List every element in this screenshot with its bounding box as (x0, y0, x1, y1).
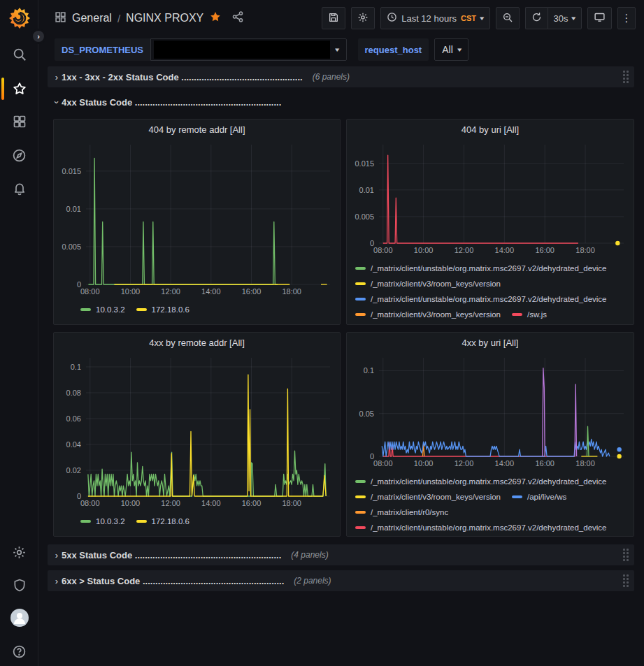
svg-text:14:00: 14:00 (495, 459, 515, 468)
legend-item[interactable]: /_matrix/client/unstable/org.matrix.msc2… (355, 477, 607, 486)
dashboard-title[interactable]: NGINX PROXY (126, 12, 203, 24)
row-panel-count: (6 panels) (313, 72, 350, 82)
legend-item[interactable]: /_matrix/client/r0/sync (355, 508, 448, 516)
row-6xx[interactable]: › 6xx > Status Code ....................… (48, 570, 634, 591)
datasource-select[interactable]: ▾ (150, 38, 347, 61)
compass-icon (12, 148, 27, 163)
dashboard-settings-button[interactable] (351, 7, 375, 29)
legend-swatch (355, 526, 366, 529)
legend-item[interactable]: 10.0.3.2 (80, 305, 125, 314)
panel-title: 404 by remote addr [All] (148, 124, 245, 135)
chevron-right-icon: › (52, 576, 62, 586)
svg-text:12:00: 12:00 (161, 287, 180, 296)
legend-swatch (355, 267, 366, 270)
chevron-right-icon: › (52, 550, 62, 560)
request-host-select[interactable]: All ▾ (434, 38, 468, 61)
panel-header[interactable]: 404 by uri [All] (347, 120, 634, 139)
legend-label: /_matrix/client/v3/room_keys/version (371, 310, 501, 319)
legend-row: 10.0.3.2172.18.0.6 (80, 302, 333, 317)
sidebar-item-profile[interactable] (0, 604, 38, 632)
sidebar-item-dashboards[interactable] (0, 108, 38, 136)
sidebar-item-alerting[interactable] (0, 175, 38, 203)
row-drag-handle[interactable] (623, 549, 629, 561)
legend-swatch (80, 520, 91, 523)
request-host-value: All (442, 44, 453, 55)
sidebar-item-configuration[interactable] (0, 538, 38, 566)
gear-icon (357, 12, 368, 25)
legend-item[interactable]: /_matrix/client/v3/room_keys/version (355, 280, 501, 288)
legend-item[interactable]: /_matrix/client/v3/room_keys/version (355, 493, 501, 501)
sidebar-item-server-admin[interactable] (0, 571, 38, 599)
sidebar-item-search[interactable] (0, 41, 38, 68)
svg-text:0.04: 0.04 (66, 440, 81, 449)
legend-label: /_matrix/client/v3/room_keys/version (371, 280, 501, 288)
time-range-picker[interactable]: Last 12 hours CST ▾ (380, 7, 489, 29)
share-icon[interactable] (231, 10, 244, 26)
legend-item[interactable]: 10.0.3.2 (80, 517, 125, 526)
panel-legend: /_matrix/client/unstable/org.matrix.msc2… (347, 259, 634, 322)
legend-swatch (80, 308, 91, 311)
svg-text:0.015: 0.015 (62, 167, 81, 175)
legend-item[interactable]: /sw.js (512, 310, 547, 319)
legend-item[interactable]: /_matrix/client/unstable/org.matrix.msc2… (355, 295, 607, 303)
legend-swatch (355, 298, 366, 301)
svg-text:12:00: 12:00 (455, 459, 474, 468)
timezone-label: CST (461, 14, 476, 22)
svg-text:18:00: 18:00 (282, 499, 301, 507)
avatar (10, 609, 29, 627)
chevron-down-icon: ▾ (480, 15, 484, 22)
svg-text:08:00: 08:00 (373, 246, 393, 254)
legend-swatch (355, 480, 366, 483)
search-icon (12, 47, 27, 62)
row-1xx-3xx-2xx[interactable]: › 1xx - 3xx - 2xx Status Code ..........… (48, 66, 634, 87)
row-4xx[interactable]: › 4xx Status Code ......................… (48, 93, 634, 111)
sidebar-expand-button[interactable]: › (31, 29, 46, 44)
breadcrumb-section[interactable]: General (72, 12, 112, 24)
legend-item[interactable]: /_matrix/client/unstable/org.matrix.msc2… (355, 264, 607, 273)
breadcrumb: General / NGINX PROXY (55, 10, 244, 26)
more-options-button[interactable]: ⋮ (617, 7, 636, 29)
svg-text:0.1: 0.1 (364, 366, 374, 375)
sidebar-item-explore[interactable] (0, 141, 38, 169)
legend-item[interactable]: /_matrix/client/v3/room_keys/version (355, 310, 501, 319)
legend-row: /_matrix/client/v3/room_keys/version/api… (355, 489, 627, 505)
sidebar-item-help[interactable] (0, 637, 38, 665)
legend-item[interactable]: /api/live/ws (512, 493, 566, 501)
zoom-out-button[interactable] (496, 7, 520, 29)
legend-swatch (355, 511, 366, 514)
dashboards-grid-icon (13, 115, 27, 129)
panel-header[interactable]: 4xx by remote addr [All] (54, 333, 340, 352)
legend-label: /_matrix/client/v3/room_keys/version (371, 493, 501, 501)
svg-text:0.05: 0.05 (359, 410, 374, 418)
sidebar-item-starred[interactable] (0, 75, 38, 103)
panel-header[interactable]: 404 by remote addr [All] (54, 120, 340, 139)
legend-label: /_matrix/client/unstable/org.matrix.msc2… (371, 264, 607, 273)
favorite-star-icon[interactable] (209, 10, 222, 26)
svg-text:10:00: 10:00 (121, 287, 141, 296)
refresh-button[interactable] (525, 7, 548, 29)
gear-icon (12, 545, 27, 560)
legend-row: /_matrix/client/unstable/org.matrix.msc2… (355, 474, 627, 489)
svg-text:18:00: 18:00 (575, 459, 595, 468)
row-drag-handle[interactable] (623, 71, 629, 83)
svg-text:0.005: 0.005 (355, 212, 374, 221)
svg-text:14:00: 14:00 (201, 499, 221, 507)
chart-area: 00.020.040.060.080.108:0010:0012:0014:00… (59, 352, 334, 512)
row-drag-handle[interactable] (623, 574, 629, 587)
variable-label-request-host: request_host (358, 38, 429, 61)
panel-4xx-by-remote-addr: 4xx by remote addr [All] 00.020.040.060.… (53, 332, 341, 537)
row-5xx[interactable]: › 5xx Status Code ......................… (48, 544, 634, 565)
svg-text:0.02: 0.02 (66, 466, 81, 475)
grafana-logo[interactable] (8, 6, 31, 30)
panel-404-by-uri: 404 by uri [All] 00.0050.010.01508:0010:… (346, 119, 634, 325)
kiosk-mode-button[interactable] (587, 7, 612, 29)
panel-header[interactable]: 4xx by uri [All] (347, 333, 634, 352)
legend-item[interactable]: /_matrix/client/unstable/org.matrix.msc2… (355, 523, 607, 532)
save-dashboard-button[interactable] (322, 7, 345, 29)
refresh-interval-picker[interactable]: 30s ▾ (548, 7, 582, 29)
legend-item[interactable]: 172.18.0.6 (136, 305, 189, 314)
svg-text:16:00: 16:00 (242, 499, 262, 507)
svg-text:16:00: 16:00 (535, 246, 554, 254)
clock-icon (387, 12, 397, 24)
legend-item[interactable]: 172.18.0.6 (136, 517, 189, 526)
